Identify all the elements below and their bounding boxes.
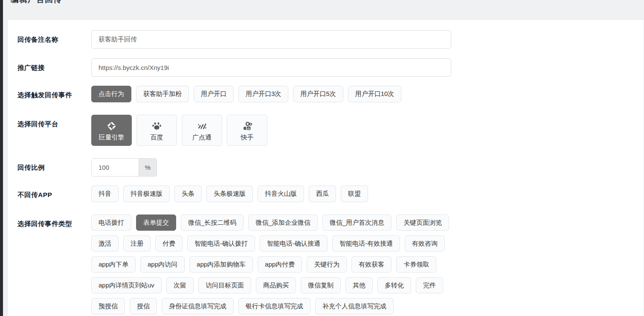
page-title: 编辑广告回传 <box>11 0 62 5</box>
event-type-row-3: app内下单 app内访问 app内添加购物车 app内付费 关键行为 有效获客… <box>91 256 449 273</box>
event-option[interactable]: 智能电话-确认接通 <box>260 235 328 252</box>
event-option[interactable]: 银行卡信息填写完成 <box>238 298 310 314</box>
ocean-engine-icon <box>106 121 117 132</box>
row-exclude-app: 不回传APP 抖音 抖音极速版 头条 头条极速版 抖音火山版 西瓜 联盟 <box>17 186 639 202</box>
platform-option-kuaishou[interactable]: G 快手 <box>227 115 267 146</box>
trigger-option-assistant-follow[interactable]: 获客助手加粉 <box>136 86 189 102</box>
event-type-label: 选择回传事件类型 <box>17 215 91 229</box>
trigger-option-user-reply-3[interactable]: 用户开口3次 <box>238 86 288 102</box>
event-option[interactable]: 智能电话-确认拨打 <box>187 235 255 252</box>
trigger-option-user-reply-5[interactable]: 用户开口5次 <box>293 86 343 102</box>
app-option-xigua[interactable]: 西瓜 <box>309 186 336 202</box>
event-option[interactable]: 补充个人信息填写完成 <box>315 298 394 314</box>
event-option[interactable]: app内访问 <box>140 256 185 273</box>
event-type-row-2: 激活 注册 付费 智能电话-确认拨打 智能电话-确认接通 智能电话-有效接通 有… <box>91 235 449 252</box>
app-option-douyin-lite[interactable]: 抖音极速版 <box>123 186 170 202</box>
platform-option-gdt[interactable]: 广点通 <box>182 115 222 146</box>
event-option[interactable]: 授信 <box>130 298 157 314</box>
app-option-huoshan[interactable]: 抖音火山版 <box>258 186 304 202</box>
event-option[interactable]: 有效获客 <box>351 256 392 273</box>
event-option[interactable]: 微信_长按二维码 <box>181 215 244 231</box>
row-note-name: 回传备注名称 <box>17 30 639 49</box>
platform-option-label: 快手 <box>241 134 254 140</box>
row-ratio: 回传比例 % <box>17 158 639 177</box>
row-event-type: 选择回传事件类型 电话拨打 表单提交 微信_长按二维码 微信_添加企业微信 微信… <box>17 215 639 314</box>
form-panel: 回传备注名称 推广链接 选择触发回传事件 点击行为 获客助手加粉 用户开口 用户… <box>7 19 644 316</box>
ratio-label: 回传比例 <box>17 158 91 172</box>
event-option[interactable]: 卡券领取 <box>396 256 436 273</box>
event-option[interactable]: 付费 <box>155 235 183 252</box>
row-promo-link: 推广链接 <box>17 58 639 77</box>
note-name-input[interactable] <box>91 30 451 49</box>
event-option[interactable]: 多转化 <box>377 277 411 293</box>
ratio-input-group: % <box>91 158 157 177</box>
note-name-label: 回传备注名称 <box>17 30 91 44</box>
event-option[interactable]: 电话拨打 <box>91 215 131 231</box>
event-option[interactable]: 关键行为 <box>307 256 347 273</box>
event-option[interactable]: 关键页面浏览 <box>396 215 449 231</box>
event-option-form-submit[interactable]: 表单提交 <box>136 215 176 231</box>
event-option[interactable]: 商品购买 <box>256 277 296 293</box>
event-option[interactable]: 预授信 <box>91 298 125 314</box>
promo-link-label: 推广链接 <box>17 58 91 72</box>
exclude-app-label: 不回传APP <box>17 186 91 200</box>
baidu-icon <box>151 121 162 132</box>
event-option[interactable]: 微信_用户首次消息 <box>322 215 392 231</box>
event-option[interactable]: app内付费 <box>258 256 302 273</box>
platform-option-baidu[interactable]: 百度 <box>136 115 177 146</box>
event-option[interactable]: 次留 <box>166 277 194 293</box>
event-option[interactable]: 其他 <box>345 277 373 293</box>
event-option[interactable]: 智能电话-有效接通 <box>332 235 400 252</box>
svg-text:G: G <box>247 127 250 130</box>
app-option-lianmeng[interactable]: 联盟 <box>341 186 368 202</box>
trigger-option-user-reply[interactable]: 用户开口 <box>194 86 234 102</box>
promo-link-input[interactable] <box>91 58 451 77</box>
kuaishou-icon: G <box>242 121 252 132</box>
event-option[interactable]: app内详情页到站uv <box>91 277 162 293</box>
platform-label: 选择回传平台 <box>17 115 91 129</box>
event-type-row-4: app内详情页到站uv 次留 访问目标页面 商品购买 微信复制 其他 多转化 完… <box>91 277 449 293</box>
left-sidebar-strip <box>0 0 3 316</box>
app-option-toutiao[interactable]: 头条 <box>174 186 202 202</box>
row-trigger-event: 选择触发回传事件 点击行为 获客助手加粉 用户开口 用户开口3次 用户开口5次 … <box>17 86 639 102</box>
event-option[interactable]: app内添加购物车 <box>189 256 253 273</box>
event-option[interactable]: 有效咨询 <box>405 235 445 252</box>
event-option[interactable]: 身份证信息填写完成 <box>162 298 234 314</box>
gdt-icon <box>197 121 207 132</box>
trigger-option-click-action[interactable]: 点击行为 <box>91 86 131 102</box>
event-option[interactable]: 访问目标页面 <box>198 277 251 293</box>
event-option[interactable]: 注册 <box>123 235 151 252</box>
event-option[interactable]: 微信_添加企业微信 <box>248 215 317 231</box>
event-type-row-1: 电话拨打 表单提交 微信_长按二维码 微信_添加企业微信 微信_用户首次消息 关… <box>91 215 449 231</box>
platform-option-label: 巨量引擎 <box>99 134 125 140</box>
trigger-option-user-reply-10[interactable]: 用户开口10次 <box>348 86 402 102</box>
event-option[interactable]: 激活 <box>91 235 119 252</box>
row-platform: 选择回传平台 巨量引擎 <box>17 115 639 146</box>
app-option-toutiao-lite[interactable]: 头条极速版 <box>206 186 253 202</box>
event-option[interactable]: app内下单 <box>91 256 136 273</box>
ratio-input[interactable] <box>91 158 139 177</box>
event-option[interactable]: 完件 <box>416 277 443 293</box>
event-type-row-5: 预授信 授信 身份证信息填写完成 银行卡信息填写完成 补充个人信息填写完成 <box>91 298 449 314</box>
event-option[interactable]: 微信复制 <box>301 277 341 293</box>
trigger-event-label: 选择触发回传事件 <box>17 86 91 100</box>
app-option-douyin[interactable]: 抖音 <box>91 186 119 202</box>
percent-addon: % <box>139 158 157 177</box>
platform-option-label: 广点通 <box>192 134 212 140</box>
platform-option-label: 百度 <box>151 134 163 140</box>
platform-option-ocean-engine[interactable]: 巨量引擎 <box>91 115 132 146</box>
